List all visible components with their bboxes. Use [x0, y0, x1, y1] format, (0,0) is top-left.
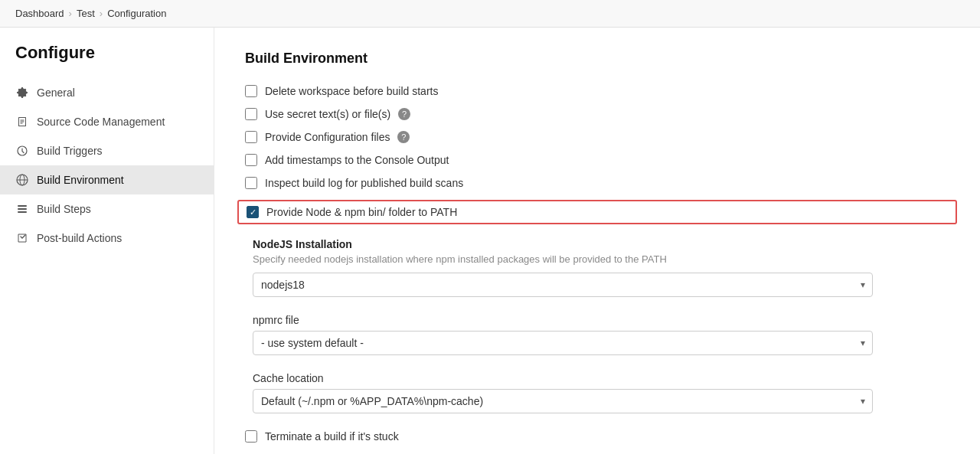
cache-field-group: Cache location Default (~/.npm or %APP_D… [253, 372, 949, 413]
breadcrumb-sep-1: › [69, 8, 72, 19]
label-inspect-build: Inspect build log for published build sc… [265, 177, 463, 189]
svg-rect-3 [18, 205, 27, 207]
checkbox-provide-node[interactable] [247, 206, 259, 218]
steps-icon [15, 202, 29, 216]
label-delete-workspace: Delete workspace before build starts [265, 85, 438, 97]
sidebar-item-label-source: Source Code Management [37, 116, 165, 128]
section-title: Build Environment [245, 51, 949, 67]
option-provide-node: Provide Node & npm bin/ folder to PATH [237, 200, 957, 224]
checkbox-provide-config[interactable] [245, 131, 257, 143]
sidebar-item-label-general: General [37, 87, 75, 99]
npmrc-select-wrapper: - use system default - ▾ [253, 331, 873, 355]
checkbox-secret-text[interactable] [245, 108, 257, 120]
content-area: Build Environment Delete workspace befor… [214, 28, 980, 454]
option-secret-text: Use secret text(s) or file(s) ? [245, 108, 949, 120]
sidebar: Configure General Source Code [0, 28, 214, 454]
breadcrumb-sep-2: › [100, 8, 103, 19]
sidebar-item-build-steps[interactable]: Build Steps [0, 194, 214, 224]
label-timestamps: Add timestamps to the Console Output [265, 154, 449, 166]
help-icon-config[interactable]: ? [397, 131, 410, 143]
label-secret-text: Use secret text(s) or file(s) [265, 108, 390, 120]
nodejs-select[interactable]: nodejs18 [253, 273, 873, 297]
nodejs-section-desc: Specify needed nodejs installation where… [253, 253, 949, 265]
option-delete-workspace: Delete workspace before build starts [245, 85, 949, 97]
sidebar-item-build-environment[interactable]: Build Environment [0, 165, 214, 194]
post-build-icon [15, 231, 29, 245]
svg-rect-5 [18, 211, 27, 213]
checkbox-inspect-build[interactable] [245, 177, 257, 189]
sidebar-item-source-code[interactable]: Source Code Management [0, 107, 214, 136]
gear-icon [15, 86, 29, 100]
sidebar-item-label-environment: Build Environment [37, 174, 124, 186]
sidebar-item-general[interactable]: General [0, 78, 214, 107]
help-icon-secret[interactable]: ? [398, 108, 410, 120]
sidebar-item-label-triggers: Build Triggers [37, 145, 103, 157]
sidebar-title: Configure [0, 43, 214, 78]
checkbox-terminate[interactable] [245, 430, 257, 443]
breadcrumb-dashboard[interactable]: Dashboard [15, 8, 64, 19]
sidebar-item-post-build[interactable]: Post-build Actions [0, 224, 214, 253]
source-icon [15, 115, 29, 129]
nodejs-select-wrapper: nodejs18 ▾ [253, 273, 873, 297]
nodejs-section-title: NodeJS Installation [253, 238, 949, 250]
cache-select[interactable]: Default (~/.npm or %APP_DATA%\npm-cache) [253, 389, 873, 413]
option-inspect-build: Inspect build log for published build sc… [245, 177, 949, 189]
triggers-icon [15, 144, 29, 158]
npmrc-select[interactable]: - use system default - [253, 331, 873, 355]
option-timestamps: Add timestamps to the Console Output [245, 154, 949, 166]
option-provide-config: Provide Configuration files ? [245, 131, 949, 143]
checkbox-timestamps[interactable] [245, 154, 257, 166]
sidebar-item-build-triggers[interactable]: Build Triggers [0, 136, 214, 165]
nodejs-section: NodeJS Installation Specify needed nodej… [245, 238, 949, 413]
sidebar-item-label-post-build: Post-build Actions [37, 232, 122, 244]
checkbox-delete-workspace[interactable] [245, 85, 257, 97]
environment-icon [15, 173, 29, 187]
option-terminate: Terminate a build if it's stuck [245, 430, 949, 443]
label-terminate: Terminate a build if it's stuck [265, 430, 399, 443]
breadcrumb-test[interactable]: Test [77, 8, 95, 19]
svg-rect-4 [18, 208, 27, 210]
npmrc-field-group: npmrc file - use system default - ▾ [253, 314, 949, 355]
label-provide-config: Provide Configuration files [265, 131, 390, 143]
sidebar-item-label-steps: Build Steps [37, 203, 91, 215]
cache-select-wrapper: Default (~/.npm or %APP_DATA%\npm-cache)… [253, 389, 873, 413]
nodejs-field-group: nodejs18 ▾ [253, 273, 949, 297]
breadcrumb-current: Configuration [107, 8, 166, 19]
npmrc-label: npmrc file [253, 314, 949, 326]
breadcrumb: Dashboard › Test › Configuration [0, 0, 980, 28]
label-provide-node: Provide Node & npm bin/ folder to PATH [266, 206, 457, 218]
cache-label: Cache location [253, 372, 949, 384]
